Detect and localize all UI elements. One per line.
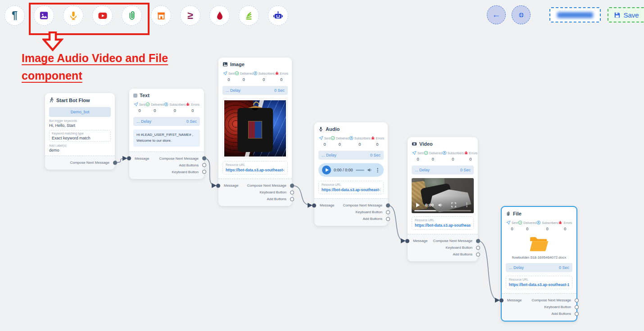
- message-input-port[interactable]: [499, 298, 503, 302]
- toolbar-bot-component[interactable]: [268, 5, 288, 26]
- audio-play-button[interactable]: [322, 166, 331, 174]
- topbar-actions: ← Save: [487, 5, 644, 24]
- audio-progress[interactable]: [356, 170, 364, 171]
- stats-row: Sent0 Delivered0 Subscribers0 Errors0: [412, 151, 474, 161]
- robot-icon: [273, 10, 283, 21]
- field-keyword-matching[interactable]: Keyword matching type Exact keyword matc…: [49, 130, 111, 142]
- fullscreen-icon[interactable]: [451, 202, 456, 207]
- add-buttons-port[interactable]: [386, 217, 390, 221]
- compose-output-port[interactable]: [575, 298, 579, 302]
- delay-row[interactable]: ... Delay0 Sec: [318, 151, 384, 160]
- video-play-button[interactable]: [416, 203, 420, 207]
- resource-url-link[interactable]: https://bot-data.s3.ap-southeast-1.wasab…: [322, 188, 381, 192]
- save-button[interactable]: Save: [608, 7, 644, 22]
- node-file[interactable]: File Sent0 Delivered0 Subscribers0 Error…: [501, 206, 577, 322]
- port-label-compose: Compose Next Message: [70, 161, 109, 165]
- resource-url-link[interactable]: https://bot-data.s3.ap-southeast-1.wasab…: [415, 223, 471, 228]
- flow-canvas[interactable]: ¶ ≥ ←: [0, 0, 644, 331]
- compress-icon: [517, 11, 526, 19]
- video-preview[interactable]: 0:00 ⋮: [412, 178, 474, 213]
- add-buttons-port[interactable]: [575, 312, 579, 316]
- errors-icon: [371, 136, 375, 140]
- message-input-port[interactable]: [127, 157, 131, 161]
- stats-row: Sent0 Delivered0 Subscribers0 Errors0: [506, 220, 572, 231]
- field-trigger-keywords[interactable]: Bot trigger keywords Hi, Hello, Start: [49, 119, 111, 128]
- audio-menu-icon[interactable]: ⋮: [375, 167, 380, 173]
- message-input-port[interactable]: [216, 183, 220, 188]
- node-title: Audio: [318, 126, 384, 132]
- walking-person-icon: [49, 97, 54, 103]
- keyboard-button-port[interactable]: [290, 190, 294, 194]
- delivered-icon: [331, 136, 335, 140]
- subscribers-icon: [253, 71, 258, 76]
- toolbar-file-component[interactable]: [122, 5, 142, 26]
- resource-url-link[interactable]: https://bot-data.s3.ap-southeast-1.wasab…: [226, 168, 285, 172]
- sent-icon: [412, 151, 417, 155]
- message-preview[interactable]: Hi #LEAD_USER_FIRST_NAME# , Welcome to o…: [133, 130, 200, 147]
- video-time: 0:00: [425, 202, 434, 207]
- video-menu-icon[interactable]: ⋮: [464, 202, 469, 208]
- delay-row[interactable]: ... Delay0 Sec: [506, 263, 572, 272]
- back-button[interactable]: ←: [487, 5, 506, 24]
- video-progress-bar[interactable]: [414, 210, 472, 211]
- video-icon: [412, 141, 417, 147]
- add-buttons-port[interactable]: [476, 252, 480, 256]
- node-video[interactable]: Video Sent0 Delivered0 Subscribers0 Erro…: [408, 137, 478, 261]
- volume-icon[interactable]: [438, 202, 443, 208]
- bot-name-pill[interactable]: Demo_bot: [49, 107, 111, 117]
- component-toolbar: ¶ ≥: [5, 5, 288, 26]
- audio-player[interactable]: 0:00 / 0:00 ⋮: [318, 163, 384, 177]
- resource-url-box[interactable]: Resource URL https://bot-data.s3.ap-sout…: [222, 161, 288, 174]
- compose-output-port[interactable]: [202, 157, 206, 161]
- node-audio[interactable]: Audio Sent0 Delivered0 Subscribers0 Erro…: [314, 122, 388, 226]
- redacted-button[interactable]: [549, 7, 601, 22]
- toolbar-text-component[interactable]: ¶: [5, 5, 25, 26]
- toolbar-audio-component[interactable]: [63, 5, 83, 26]
- toolbar-sequence-component[interactable]: [239, 5, 259, 26]
- youtube-icon: [97, 10, 108, 21]
- delay-row[interactable]: ... Delay0 Sec: [222, 86, 288, 95]
- keyboard-button-port[interactable]: [386, 210, 390, 214]
- node-start[interactable]: Start Bot Flow Demo_bot Bot trigger keyw…: [45, 93, 115, 170]
- file-attachment[interactable]: flowbuilder-518-1695464072.docx: [506, 236, 572, 259]
- field-add-labels[interactable]: Add Label(s) demo: [49, 144, 111, 152]
- droplet-icon: [215, 11, 225, 21]
- compose-output-port[interactable]: [290, 183, 294, 188]
- toolbar-video-component[interactable]: [92, 5, 113, 26]
- compose-output-port[interactable]: [386, 203, 390, 207]
- resource-url-box[interactable]: Resource URL https://bot-data.s3.ap-sout…: [506, 276, 572, 289]
- microphone-icon: [68, 11, 78, 21]
- stack-icon: [244, 11, 254, 21]
- message-input-port[interactable]: [312, 203, 316, 207]
- audio-time: 0:00 / 0:00: [334, 168, 353, 172]
- sent-icon: [319, 136, 323, 140]
- toolbar-image-component[interactable]: [34, 5, 54, 26]
- resource-url-box[interactable]: Resource URL https://bot-data.s3.ap-sout…: [412, 216, 474, 230]
- redacted-label-blur: [557, 12, 593, 18]
- stats-row: Sent0 Delivered0 Subscribers0 Errors0: [318, 136, 384, 147]
- volume-icon[interactable]: [367, 167, 372, 173]
- add-buttons-port[interactable]: [290, 197, 294, 201]
- compose-output-port[interactable]: [476, 239, 480, 243]
- subscribers-icon: [164, 102, 168, 107]
- delay-row[interactable]: ... Delay0 Sec: [412, 166, 474, 174]
- compose-output-port[interactable]: [113, 161, 117, 165]
- keyboard-button-port[interactable]: [575, 305, 579, 309]
- resource-url-box[interactable]: Resource URL https://bot-data.s3.ap-sout…: [318, 181, 384, 194]
- image-preview[interactable]: [222, 98, 288, 158]
- node-text[interactable]: Text Sent0 Delivered0 Subscribers0 Error…: [129, 89, 204, 179]
- toolbar-ecommerce-component[interactable]: [151, 5, 171, 26]
- delay-row[interactable]: ... Delay0 Sec: [133, 117, 200, 126]
- keyboard-button-port[interactable]: [202, 170, 206, 174]
- toolbar-droplet-component[interactable]: [209, 5, 230, 26]
- message-input-port[interactable]: [405, 239, 409, 243]
- paperclip-icon: [127, 11, 137, 21]
- add-buttons-port[interactable]: [202, 163, 206, 167]
- fit-view-button[interactable]: [512, 5, 531, 24]
- errors-icon: [558, 220, 562, 225]
- greater-equal-icon: ≥: [187, 10, 193, 21]
- keyboard-button-port[interactable]: [476, 246, 480, 250]
- resource-url-link[interactable]: https://bot-data.s3.ap-southeast-1.wasab…: [509, 282, 569, 287]
- node-image[interactable]: Image Sent0 Delivered0 Subscribers0 Erro…: [218, 58, 292, 206]
- toolbar-condition-component[interactable]: ≥: [180, 5, 200, 26]
